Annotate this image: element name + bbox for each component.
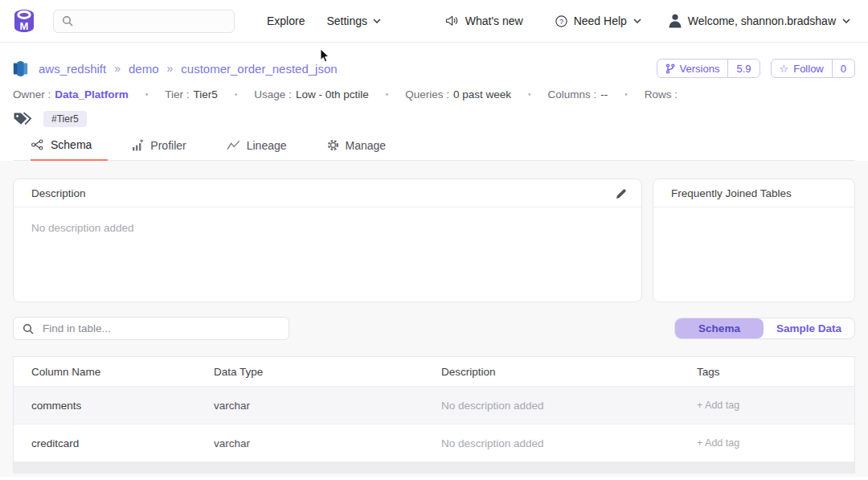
- search-icon: [62, 15, 73, 27]
- tag-chip[interactable]: #Tier5: [43, 111, 87, 127]
- whats-new-label: What's new: [465, 14, 523, 27]
- asset-tabs: Schema Profiler Lineage Manage: [13, 138, 855, 161]
- meta-separator: •: [624, 90, 628, 99]
- nav-need-help[interactable]: ? Need Help: [555, 14, 641, 27]
- meta-separator: •: [386, 90, 389, 99]
- follow-button[interactable]: ☆ Follow 0: [771, 59, 855, 78]
- add-tag-button[interactable]: + Add tag: [697, 400, 854, 411]
- meta-columns-label: Columns :: [548, 88, 597, 101]
- nav-settings[interactable]: Settings: [326, 14, 381, 27]
- schema-tab-content: Description No description added Frequen…: [0, 161, 868, 477]
- find-in-table-input[interactable]: [41, 322, 280, 335]
- schema-icon: [31, 139, 44, 150]
- tab-profiler-label: Profiler: [150, 139, 186, 152]
- svg-text:?: ?: [559, 17, 563, 25]
- need-help-label: Need Help: [574, 14, 627, 27]
- meta-separator: •: [528, 90, 531, 99]
- nav-explore[interactable]: Explore: [267, 14, 305, 27]
- breadcrumb-source[interactable]: aws_redshift: [39, 62, 106, 76]
- add-tag-button[interactable]: + Add tag: [697, 437, 854, 449]
- breadcrumb-separator: »: [114, 62, 121, 75]
- col-header-description: Description: [441, 366, 697, 378]
- branch-icon: [665, 64, 675, 74]
- follow-count[interactable]: 0: [832, 59, 854, 77]
- megaphone-icon: [445, 14, 459, 27]
- meta-usage-label: Usage :: [254, 88, 292, 101]
- find-in-table[interactable]: [13, 317, 289, 340]
- redshift-icon: [13, 60, 28, 77]
- cell-data-type: varchar: [214, 437, 441, 449]
- col-header-name: Column Name: [31, 366, 214, 378]
- view-toggle: Schema Sample Data: [674, 318, 855, 339]
- user-avatar-icon: [669, 14, 682, 28]
- star-icon: ☆: [780, 64, 789, 74]
- table-toolbar: Schema Sample Data: [13, 317, 855, 340]
- chevron-down-icon: [842, 18, 850, 23]
- header-action-buttons: Versions 5.9 ☆ Follow 0: [657, 59, 855, 78]
- nav-settings-label: Settings: [326, 14, 367, 27]
- frequently-joined-panel: Frequently Joined Tables: [653, 178, 855, 302]
- col-header-type: Data Type: [214, 366, 441, 378]
- tab-schema-label: Schema: [51, 138, 92, 151]
- global-search-input[interactable]: [80, 14, 226, 28]
- breadcrumb-schema[interactable]: demo: [129, 62, 159, 76]
- chevron-down-icon: [373, 18, 381, 23]
- global-search[interactable]: [53, 10, 235, 33]
- columns-table: Column Name Data Type Description Tags c…: [13, 356, 855, 474]
- cell-data-type: varchar: [214, 400, 441, 412]
- tab-schema[interactable]: Schema: [31, 138, 108, 161]
- toggle-sample-data[interactable]: Sample Data: [764, 318, 854, 338]
- meta-rows-label: Rows :: [645, 88, 678, 101]
- tab-manage-label: Manage: [346, 139, 387, 152]
- table-header-row: Column Name Data Type Description Tags: [14, 357, 854, 387]
- cell-description: No description added: [441, 400, 697, 412]
- frequently-joined-body: [653, 207, 854, 236]
- col-header-tags: Tags: [697, 366, 854, 378]
- breadcrumb-table[interactable]: customer_order_nested_json: [181, 62, 337, 76]
- meta-owner-value[interactable]: Data_Platform: [55, 88, 129, 101]
- tab-manage[interactable]: Manage: [327, 138, 403, 160]
- meta-tier-value: Tier5: [194, 88, 218, 101]
- tab-lineage[interactable]: Lineage: [227, 138, 303, 160]
- gear-icon: [327, 139, 339, 151]
- meta-columns-value: --: [600, 88, 608, 101]
- asset-header: aws_redshift » demo » customer_order_nes…: [0, 59, 868, 161]
- meta-owner-label: Owner :: [13, 88, 51, 101]
- table-row-partial: [14, 462, 854, 474]
- tag-row: #Tier5: [13, 110, 855, 127]
- description-title: Description: [31, 187, 86, 199]
- meta-queries-value: 0 past week: [453, 88, 511, 101]
- table-row[interactable]: comments varchar No description added + …: [14, 387, 854, 425]
- versions-count[interactable]: 5.9: [727, 59, 759, 77]
- user-greeting: Welcome, shannon.bradshaw: [688, 14, 836, 27]
- top-navbar: M Explore Settings What's new ? Need Hel: [0, 0, 868, 43]
- profiler-icon: [132, 139, 144, 151]
- versions-label: Versions: [680, 63, 720, 75]
- meta-separator: •: [145, 90, 149, 99]
- nav-whats-new[interactable]: What's new: [445, 14, 523, 27]
- breadcrumb-separator: »: [167, 62, 174, 75]
- breadcrumb-row: aws_redshift » demo » customer_order_nes…: [13, 59, 855, 78]
- versions-button[interactable]: Versions 5.9: [657, 59, 760, 78]
- metadata-row: Owner : Data_Platform • Tier : Tier5 • U…: [13, 88, 855, 101]
- description-panel: Description No description added: [13, 178, 642, 302]
- navbar-right: What's new ? Need Help Welcome, shannon.…: [445, 14, 850, 28]
- follow-label: Follow: [793, 63, 824, 75]
- table-row[interactable]: creditcard varchar No description added …: [14, 425, 854, 462]
- meta-usage-value: Low - 0th pctile: [296, 88, 369, 101]
- tab-profiler[interactable]: Profiler: [132, 138, 202, 160]
- breadcrumb: aws_redshift » demo » customer_order_nes…: [13, 60, 338, 77]
- svg-text:M: M: [20, 20, 29, 32]
- meta-separator: •: [235, 90, 238, 99]
- lineage-icon: [227, 140, 240, 150]
- user-menu[interactable]: Welcome, shannon.bradshaw: [669, 14, 850, 28]
- toggle-schema[interactable]: Schema: [675, 318, 764, 338]
- frequently-joined-title: Frequently Joined Tables: [671, 187, 792, 199]
- app-logo-icon[interactable]: M: [13, 9, 35, 33]
- edit-description-button[interactable]: [616, 188, 627, 199]
- cell-column-name: comments: [31, 400, 214, 412]
- search-icon: [23, 323, 34, 334]
- tag-icon: [13, 111, 33, 126]
- chevron-down-icon: [633, 18, 641, 23]
- cell-description: No description added: [441, 437, 697, 449]
